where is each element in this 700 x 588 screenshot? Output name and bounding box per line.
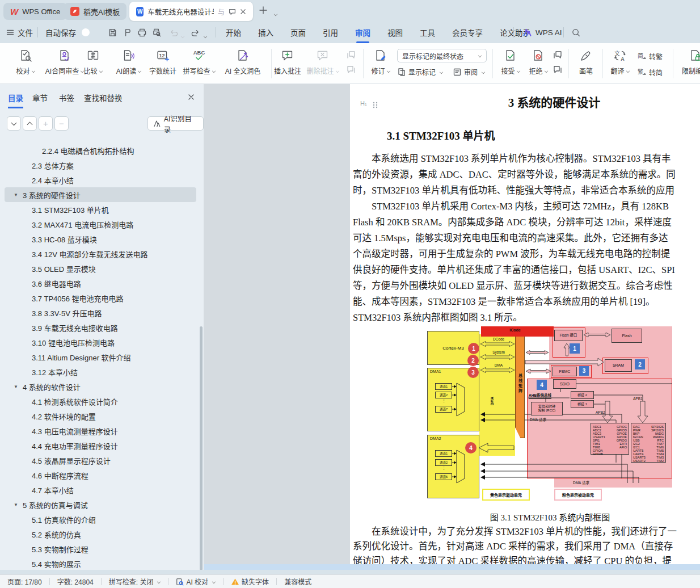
word-count-indicator[interactable]: 字数: 24804 — [50, 575, 101, 588]
compatibility-mode-indicator[interactable]: 兼容模式 — [277, 575, 319, 588]
toc-item[interactable]: 3.11 Altium Designer 软件介绍 — [0, 350, 200, 364]
toc-item[interactable]: ▼ 4 系统的软件设计 — [0, 379, 200, 394]
new-tab-button[interactable] — [258, 5, 268, 15]
ai-recognize-toc-button[interactable]: AI识别目录 — [147, 116, 204, 131]
toc-item[interactable]: 3.4 12V 电源部分车载无线发送电路 — [0, 246, 200, 261]
toc-collapse-all-button[interactable]: − — [54, 116, 69, 131]
menu-tab[interactable]: 页面 — [290, 27, 306, 38]
to-simplified-button[interactable]: 繁 转简 — [636, 67, 663, 77]
spell-check-button[interactable]: ABC 拼写检查 — [179, 48, 219, 75]
tab-list-dropdown-icon[interactable] — [272, 9, 277, 19]
sidebar-close-icon[interactable] — [187, 93, 197, 103]
close-tab-icon[interactable] — [240, 9, 246, 15]
paragraph-drag-handle-icon[interactable] — [373, 100, 378, 111]
horizontal-scrollbar[interactable] — [204, 564, 700, 570]
toc-item[interactable]: 4.4 充电功率测量程序设计 — [0, 438, 200, 453]
toc-item[interactable]: 5.1 仿真软件的介绍 — [0, 512, 200, 527]
menu-tab[interactable]: 开始 — [226, 27, 241, 38]
to-traditional-button[interactable]: 简 转繁 — [636, 51, 663, 61]
compare-button[interactable]: 比较 — [77, 48, 109, 75]
toc-item[interactable]: 3.10 锂电池电压检测电路 — [0, 335, 200, 350]
tab-document-active[interactable]: W 车载无线充电器设计与实现 与 — [129, 2, 253, 21]
comment-bubble-icon[interactable] — [229, 8, 236, 15]
toc-item[interactable]: 3.6 继电器电路 — [0, 276, 200, 291]
toc-item[interactable]: 2.4 本章小结 — [0, 173, 200, 187]
sidebar-scrollbar[interactable] — [200, 326, 203, 570]
menu-tab[interactable]: 视图 — [387, 27, 403, 38]
toc-item[interactable]: 4.5 液晶屏显示程序设计 — [0, 453, 200, 468]
tab-wps-office[interactable]: W WPS Office — [3, 3, 67, 20]
next-revision-icon[interactable] — [553, 65, 563, 75]
translate-button[interactable]: 文A 翻译 — [607, 48, 633, 75]
previous-comment-icon[interactable] — [346, 50, 356, 60]
missing-font-warning[interactable]: 缺失字体 — [224, 575, 276, 588]
toc-item[interactable]: 3.12 本章小结 — [0, 364, 200, 379]
toc-item[interactable]: 4.3 电压电流测量程序设计 — [0, 423, 200, 438]
proofread-button[interactable]: 校对 — [11, 48, 40, 75]
toc-item[interactable]: 3.5 OLED 显示模块 — [0, 261, 200, 276]
ink-brush-button[interactable]: 画笔 — [573, 48, 599, 75]
undo-icon[interactable] — [168, 27, 179, 38]
sidebar-tab-bookmarks[interactable]: 书签 — [59, 92, 74, 103]
delete-comment-button[interactable]: 删除批注 — [305, 48, 340, 75]
ai-polish-button[interactable]: AI 全文润色 — [219, 48, 267, 75]
toc-item[interactable]: 2.2.4 电磁耦合机构拓扑结构 — [0, 143, 200, 158]
toc-item[interactable]: 3.3 HC-08 蓝牙模块 — [0, 232, 200, 246]
export-pdf-icon[interactable] — [121, 27, 133, 38]
toc-item[interactable]: 3.1 STM32F103 单片机 — [0, 202, 200, 217]
page-indicator[interactable]: 页面: 17/80 — [0, 575, 49, 588]
toc-expand-all-button[interactable]: + — [39, 116, 53, 131]
show-markup-button[interactable]: 显示标记 — [397, 67, 443, 77]
restrict-editing-button[interactable]: 限制编辑 — [677, 48, 700, 75]
print-preview-icon[interactable] — [151, 27, 162, 38]
toc-item[interactable]: 5.4 实物的展示 — [0, 556, 200, 570]
track-changes-button[interactable]: 修订 — [368, 48, 394, 75]
toc-item[interactable]: 3.2 MAX471 电流电压检测电路 — [0, 217, 200, 232]
toc-collapse-down-button[interactable] — [7, 116, 21, 131]
file-menu[interactable]: 文件 — [6, 22, 33, 43]
ai-read-aloud-button[interactable]: AI朗读 — [111, 48, 146, 75]
sidebar-tab-chapters[interactable]: 章节 — [32, 92, 48, 103]
toc-expand-arrow-icon[interactable]: ▼ — [14, 192, 23, 198]
spellcheck-status[interactable]: 拼写检查: 关闭 — [102, 575, 168, 588]
menu-tab[interactable]: 引用 — [323, 27, 338, 38]
menu-tab[interactable]: 审阅 — [355, 27, 370, 38]
toc-item[interactable]: 4.6 中断程序流程 — [0, 468, 200, 482]
redo-icon[interactable] — [189, 27, 201, 38]
previous-revision-icon[interactable] — [553, 50, 563, 60]
toc-item[interactable]: ▼ 3 系统的硬件设计 — [5, 187, 196, 202]
sidebar-tab-toc[interactable]: 目录 — [8, 92, 23, 108]
toc-item[interactable]: ▼ 5 系统的仿真与调试 — [0, 497, 200, 512]
toc-item[interactable]: 4.1 检测系统软件设计简介 — [0, 394, 200, 409]
accept-revision-button[interactable]: 接受 — [497, 48, 524, 75]
reject-revision-button[interactable]: 拒绝 — [525, 48, 551, 75]
toc-item[interactable]: 3.8 3.3V-5V 升压电路 — [0, 305, 200, 320]
save-icon[interactable] — [107, 27, 118, 38]
print-icon[interactable] — [136, 27, 147, 38]
review-panel-button[interactable]: 审阅 — [453, 67, 485, 77]
tab-docer-templates[interactable]: 稻壳AI模板 — [64, 3, 126, 20]
toc-item[interactable]: 2.3 总体方案 — [0, 158, 200, 173]
wps-ai-button[interactable]: WPS AI — [523, 22, 562, 43]
menu-tab[interactable]: 插入 — [258, 27, 273, 38]
toc-expand-arrow-icon[interactable]: ▼ — [14, 384, 23, 389]
markup-state-dropdown[interactable]: 显示标记的最终状态 — [397, 49, 487, 62]
next-comment-icon[interactable] — [346, 65, 356, 75]
toc-expand-arrow-icon[interactable]: ▼ — [14, 502, 23, 507]
toc-item[interactable]: 3.9 车载无线充电接收电路 — [0, 320, 200, 335]
toc-item[interactable]: 3.7 TP4056 锂电池充电电路 — [0, 291, 200, 305]
ai-proofread-status[interactable]: AI 校对 — [168, 575, 223, 588]
menu-tab[interactable]: 工具 — [420, 27, 435, 38]
menu-tab[interactable]: 会员专享 — [452, 27, 483, 38]
word-count-button[interactable]: 12 字数统计 — [147, 48, 178, 75]
sidebar-tab-find-replace[interactable]: 查找和替换 — [84, 92, 123, 103]
document-page[interactable]: H₁ 3 系统的硬件设计 3.1 STM32F103 单片机 本系统选用 STM… — [350, 84, 700, 570]
undo-dropdown-icon[interactable] — [179, 31, 184, 41]
toc-collapse-up-button[interactable] — [23, 116, 37, 131]
toc-item[interactable]: 4.2 软件环境的配置 — [0, 409, 200, 423]
toc-item[interactable]: 4.7 本章小结 — [0, 482, 200, 497]
toc-item[interactable]: 5.3 实物制作过程 — [0, 541, 200, 556]
redo-dropdown-icon[interactable] — [202, 31, 207, 41]
toc-item[interactable]: 5.2 系统的仿真 — [0, 527, 200, 541]
search-icon[interactable] — [570, 27, 581, 38]
